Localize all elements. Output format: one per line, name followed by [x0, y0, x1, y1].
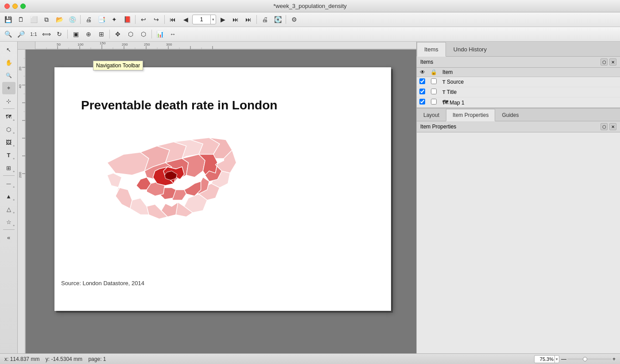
zoom-slider[interactable]: — + — [561, 356, 616, 362]
node-select-tool[interactable]: ⌖ — [2, 82, 16, 94]
item-properties-content — [417, 132, 620, 139]
status-coordinates: x: 114.837 mm y: -14.5304 mm page: 1 — [4, 356, 106, 362]
source-lock-checkbox[interactable] — [431, 78, 437, 84]
add-text-tool[interactable]: T + — [2, 149, 16, 161]
tab-items[interactable]: Items — [417, 42, 446, 57]
item-props-close-button[interactable]: ✕ — [609, 123, 616, 130]
add-3d-tool[interactable]: ⬡ + — [2, 123, 16, 136]
map1-visibility-checkbox[interactable] — [419, 99, 425, 105]
print-layout-button[interactable]: 🖨 — [82, 13, 95, 26]
undo-button[interactable]: ↩ — [137, 13, 150, 26]
items-close-button[interactable]: ✕ — [609, 58, 616, 66]
right-panel: Items Undo History Items ⬡ ✕ 👁 🔒 Item — [416, 42, 620, 353]
open-button[interactable]: 📂 — [53, 13, 66, 26]
zoom-100-button[interactable]: 1:1 — [27, 28, 40, 40]
collapse-panel-tool[interactable]: « — [2, 231, 16, 244]
zoom-select-button[interactable]: ⊕ — [82, 28, 95, 40]
add-scalebar-tool[interactable]: — + — [2, 177, 16, 190]
page-number-input[interactable] — [193, 16, 210, 23]
svg-marker-38 — [107, 152, 149, 175]
nav-prev-button[interactable]: ◀ — [179, 13, 192, 26]
add-table-tool[interactable]: ⊞ + — [2, 162, 16, 174]
add-north-tool[interactable]: ▲ + — [2, 190, 16, 202]
add-image-tool[interactable]: 🖼 + — [2, 136, 16, 148]
tab-undo-history[interactable]: Undo History — [446, 42, 494, 57]
map1-lock-checkbox[interactable] — [431, 99, 437, 105]
atlas-button[interactable]: ✦ — [108, 13, 120, 26]
zoom-tool[interactable]: 🔍 — [2, 69, 16, 81]
save-button[interactable]: 💾 — [2, 13, 14, 26]
chart-button[interactable]: 📊 — [154, 28, 166, 40]
new-button[interactable]: 🗒 — [15, 13, 27, 26]
items-section-controls: ⬡ ✕ — [601, 58, 616, 66]
zoom-in-button[interactable]: 🔍 — [2, 28, 14, 40]
items-float-button[interactable]: ⬡ — [601, 58, 608, 66]
add-marker-tool[interactable]: ☆ + — [2, 216, 16, 228]
col-visibility: 👁 — [417, 68, 428, 77]
settings-button[interactable]: ⚙ — [288, 13, 300, 26]
align-right-button[interactable]: ⬡ — [137, 28, 150, 40]
grid-button[interactable]: ▣ — [70, 28, 82, 40]
nav-first-button[interactable]: ⏮ — [167, 13, 179, 26]
tab-guides[interactable]: Guides — [495, 109, 525, 121]
tab-layout[interactable]: Layout — [417, 109, 446, 121]
nav-next-button[interactable]: ▶ — [217, 13, 229, 26]
col-item: Item — [440, 68, 620, 77]
zoom-slider-thumb[interactable] — [583, 357, 587, 361]
move-content-button[interactable]: ✥ — [112, 28, 124, 40]
select-tool[interactable]: ↖ — [2, 43, 16, 56]
tool-sep1 — [3, 108, 15, 109]
page-input-combo[interactable]: ▾ — [192, 15, 216, 24]
item-row-source: T Source — [417, 77, 620, 87]
zoom-minus-icon[interactable]: — — [561, 356, 566, 362]
close-button[interactable] — [4, 4, 10, 9]
zoom-combo[interactable]: ▾ — [534, 355, 559, 363]
nav-last-button[interactable]: ⏭ — [229, 13, 242, 26]
source-visibility-checkbox[interactable] — [419, 78, 425, 84]
zoom-input[interactable] — [535, 356, 554, 362]
sep1 — [80, 15, 81, 24]
status-y: y: -14.5304 mm — [46, 356, 82, 362]
add-pages-button[interactable]: 📑 — [95, 13, 108, 26]
duplicate-button[interactable]: ⧉ — [40, 13, 53, 26]
save2-button[interactable]: 💿 — [66, 13, 78, 26]
export-button[interactable]: 💽 — [271, 13, 284, 26]
ruler-vertical: 20 40 200 — [18, 50, 26, 353]
print-button[interactable]: 🖨 — [259, 13, 271, 26]
source-item-cell: T Source — [440, 77, 620, 87]
add-shape-tool[interactable]: △ + — [2, 203, 16, 215]
title-lock-checkbox[interactable] — [431, 89, 437, 94]
canvas-scroll[interactable]: Preventable death rate in London — [26, 50, 416, 353]
ruler-horizontal-container: 50 100 150 200 250 300 — [18, 42, 416, 50]
zoom-plus-icon[interactable]: + — [612, 356, 616, 362]
add-map-tool[interactable]: 🗺 + — [2, 110, 16, 123]
maximize-button[interactable] — [20, 4, 26, 9]
svg-text:20: 20 — [18, 66, 22, 70]
zoom-out-button[interactable]: 🔎 — [15, 28, 27, 40]
svg-marker-51 — [130, 198, 149, 215]
title-item-name: Title — [447, 89, 457, 95]
nav-last2-button[interactable]: ⏭ — [242, 13, 255, 26]
redo-button[interactable]: ↪ — [150, 13, 163, 26]
svg-text:200: 200 — [18, 172, 22, 178]
tab-item-properties[interactable]: Item Properties — [446, 109, 495, 121]
item-properties-label: Item Properties — [420, 124, 456, 130]
window-title: *week_3_population_density — [273, 3, 347, 9]
zoom-dropdown-arrow[interactable]: ▾ — [554, 356, 559, 363]
minimize-button[interactable] — [12, 4, 18, 9]
new-layout-button[interactable]: ⬜ — [27, 13, 40, 26]
sep6 — [67, 30, 68, 39]
traffic-lights — [4, 4, 26, 9]
page-dropdown-arrow[interactable]: ▾ — [210, 15, 216, 24]
item-props-float-button[interactable]: ⬡ — [601, 123, 608, 130]
refresh-button[interactable]: ↻ — [53, 28, 66, 40]
pan-tool[interactable]: ✋ — [2, 56, 16, 69]
zoom-slider-track[interactable] — [567, 358, 612, 360]
zoom-fit-width-button[interactable]: ⟺ — [40, 28, 53, 40]
move-item-tool[interactable]: ⊹ — [2, 95, 16, 107]
export-pdf-button[interactable]: 📕 — [121, 13, 133, 26]
select-all-button[interactable]: ⊞ — [95, 28, 108, 40]
align-left-button[interactable]: ⬡ — [124, 28, 137, 40]
title-visibility-checkbox[interactable] — [419, 89, 425, 94]
resize-button[interactable]: ↔ — [167, 28, 179, 40]
